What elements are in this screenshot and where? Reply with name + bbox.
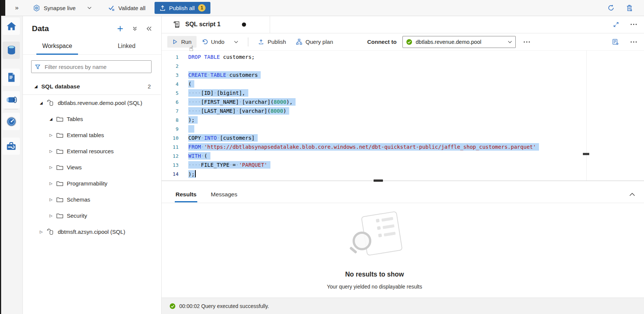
more-actions-icon[interactable] [630, 41, 637, 43]
undo-dropdown-chevron[interactable] [229, 38, 243, 46]
tab-sql-script-1[interactable]: SQL script 1 [161, 16, 270, 33]
tree-row-label: Schemas [67, 196, 90, 203]
filter-input[interactable] [44, 63, 148, 70]
filter-box [31, 60, 152, 73]
splitter-grip[interactable] [374, 179, 383, 182]
filter-funnel-icon [35, 64, 41, 70]
tree-collapsed-icon[interactable]: ▷ [40, 230, 47, 234]
tree-row-programmability[interactable]: ▷Programmability [23, 175, 161, 191]
collapse-results-chevron-up-icon[interactable] [629, 193, 635, 196]
tree-row-label: External resources [67, 148, 114, 154]
refresh-icon[interactable] [607, 4, 615, 12]
code-line: 6····[FIRST_NAME]·[varchar](8000), [161, 97, 644, 106]
expand-sidebar-icon[interactable]: » [15, 4, 18, 12]
folder-icon [56, 116, 63, 122]
tree-count-badge: 2 [148, 83, 151, 90]
rail-item-develop[interactable] [3, 69, 20, 86]
expand-editor-icon[interactable] [613, 22, 619, 27]
discard-trash-icon[interactable] [626, 4, 633, 12]
tab-workspace[interactable]: Workspace [23, 39, 92, 54]
run-button[interactable]: Run ☝ [167, 36, 197, 48]
pool-selector-value: dbtlabs.revenue.demo.pool [416, 39, 504, 45]
sql-pool-icon [47, 228, 54, 236]
tree-row-sql-database[interactable]: ◢SQL database2 [23, 78, 161, 95]
code-line: 9 [161, 124, 644, 133]
publish-upload-icon [159, 5, 166, 11]
tree-row-tables[interactable]: ◢Tables [23, 111, 161, 127]
code-line: 12WITH·( [161, 151, 644, 160]
resource-tree: ◢SQL database2◢dbtlabs.revenue.demo.pool… [23, 78, 161, 240]
chevron-down-icon [87, 6, 92, 9]
query-plan-label: Query plan [306, 39, 333, 45]
tree-collapsed-icon[interactable]: ▷ [50, 181, 56, 185]
validate-all-button[interactable]: Validate all [108, 4, 146, 11]
tree-collapsed-icon[interactable]: ▷ [50, 165, 56, 169]
unsaved-changes-dot [242, 22, 246, 27]
tab-results[interactable]: Results [175, 187, 197, 202]
tree-row-security[interactable]: ▷Security [23, 208, 161, 224]
rail-item-manage[interactable] [3, 138, 20, 155]
connect-to-label: Connect to [367, 39, 396, 45]
code-line-text: ( [188, 80, 194, 88]
publish-label: Publish [267, 39, 286, 45]
play-icon [172, 39, 178, 45]
tree-row-external-resources[interactable]: ▷External resources [23, 143, 161, 159]
tree-row-dbtlabs-revenue-demo-pool-sql[interactable]: ◢dbtlabs.revenue.demo.pool (SQL) [23, 95, 161, 111]
line-number: 13 [161, 162, 179, 168]
home-icon [6, 22, 17, 31]
tree-collapsed-icon[interactable]: ▷ [50, 214, 56, 218]
publish-all-button[interactable]: Publish all 1 [155, 2, 210, 14]
toolbar-more-actions-icon[interactable] [523, 41, 530, 43]
top-bar: » Synapse live Validate all Publish all … [0, 0, 644, 16]
no-results-illustration [344, 213, 404, 262]
tree-row-label: Security [67, 212, 87, 219]
tree-expanded-icon[interactable]: ◢ [50, 117, 56, 121]
tab-messages[interactable]: Messages [210, 187, 238, 202]
tree-row-schemas[interactable]: ▷Schemas [23, 191, 161, 208]
tree-row-external-tables[interactable]: ▷External tables [23, 127, 161, 143]
results-splitter[interactable] [161, 181, 644, 186]
rail-item-data[interactable] [3, 42, 20, 59]
collapse-panel-icon[interactable] [146, 26, 152, 31]
results-tab-bar: Results Messages [161, 186, 644, 203]
publish-button[interactable]: Publish [253, 36, 291, 48]
tree-collapsed-icon[interactable]: ▷ [50, 197, 56, 202]
line-number: 12 [161, 153, 179, 159]
publish-all-label: Publish all [169, 5, 195, 11]
rail-item-home[interactable] [3, 18, 20, 35]
properties-icon[interactable] [612, 39, 619, 45]
develop-icon [7, 72, 16, 82]
tree-expanded-icon[interactable]: ◢ [35, 84, 41, 88]
folder-icon [56, 164, 63, 170]
editor-scrollbar-track [586, 51, 587, 181]
collapse-all-icon[interactable] [132, 26, 137, 31]
rail-item-integrate[interactable] [3, 91, 20, 108]
tab-more-actions-icon[interactable] [630, 23, 637, 25]
tree-row-label: Programmability [67, 180, 107, 187]
sql-script-icon [173, 21, 180, 28]
mode-selector[interactable]: Synapse live [33, 4, 91, 12]
undo-button[interactable]: Undo [197, 36, 230, 48]
tree-collapsed-icon[interactable]: ▷ [50, 149, 56, 153]
chevron-down-icon [508, 40, 512, 43]
tree-row-dbtmsft-azsyn-cipool-sql[interactable]: ▷dbtmsft.azsyn.cipool (SQL) [23, 224, 161, 240]
add-resource-button[interactable] [117, 25, 123, 32]
tree-collapsed-icon[interactable]: ▷ [50, 133, 56, 137]
text-cursor [195, 170, 196, 177]
pool-selector-dropdown[interactable]: dbtlabs.revenue.demo.pool [402, 36, 516, 48]
tree-row-views[interactable]: ▷Views [23, 159, 161, 175]
line-number: 8 [161, 117, 179, 123]
folder-icon [56, 132, 63, 138]
code-line-text: DROP TABLE customers; [188, 53, 255, 61]
tab-linked[interactable]: Linked [92, 39, 161, 54]
code-line-text: COPY·INTO·[customers] [188, 134, 258, 142]
panel-title: Data [32, 24, 117, 33]
rail-item-monitor[interactable] [3, 113, 20, 130]
query-plan-button[interactable]: Query plan [291, 36, 338, 48]
code-line-text [188, 125, 194, 133]
empty-results-subtitle: Your query yielded no displayable result… [327, 284, 422, 290]
code-line-text: ····FILE_TYPE·=·'PARQUET' [188, 161, 270, 169]
code-line: 11FROM·'https://dbtlabsynapsedatalake.bl… [161, 142, 644, 151]
sql-code-editor[interactable]: 1DROP TABLE customers;23CREATE·TABLE·cus… [161, 51, 644, 181]
tree-expanded-icon[interactable]: ◢ [40, 101, 47, 105]
